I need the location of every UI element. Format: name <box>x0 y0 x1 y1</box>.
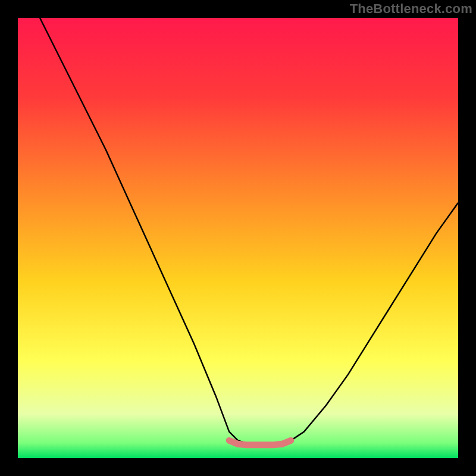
chart-frame: TheBottleneck.com <box>0 0 476 476</box>
gradient-background <box>18 18 458 458</box>
bottleneck-chart <box>18 18 458 458</box>
attribution-text: TheBottleneck.com <box>350 1 472 17</box>
